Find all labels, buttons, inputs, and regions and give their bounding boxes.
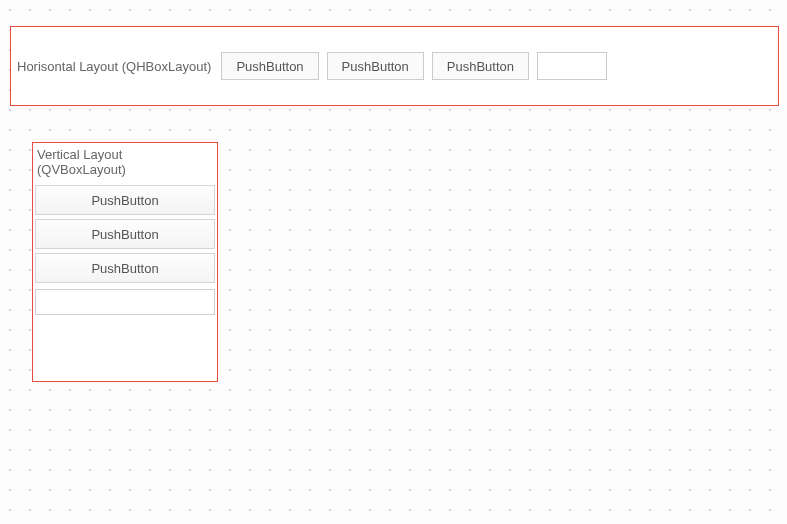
hbox-lineedit[interactable] bbox=[537, 52, 607, 80]
hbox-pushbutton-2[interactable]: PushButton bbox=[327, 52, 424, 80]
vbox-pushbutton-2[interactable]: PushButton bbox=[35, 219, 215, 249]
hbox-layout-label: Horisontal Layout (QHBoxLayout) bbox=[17, 59, 213, 74]
vbox-spacer bbox=[35, 321, 215, 379]
designer-canvas[interactable]: Horisontal Layout (QHBoxLayout) PushButt… bbox=[0, 0, 787, 524]
hbox-pushbutton-3[interactable]: PushButton bbox=[432, 52, 529, 80]
vbox-lineedit[interactable] bbox=[35, 289, 215, 315]
vbox-pushbutton-1[interactable]: PushButton bbox=[35, 185, 215, 215]
vbox-layout-container[interactable]: Vertical Layout (QVBoxLayout) PushButton… bbox=[32, 142, 218, 382]
vbox-pushbutton-3[interactable]: PushButton bbox=[35, 253, 215, 283]
vbox-layout-label: Vertical Layout (QVBoxLayout) bbox=[33, 143, 217, 183]
hbox-layout-container[interactable]: Horisontal Layout (QHBoxLayout) PushButt… bbox=[10, 26, 779, 106]
hbox-pushbutton-1[interactable]: PushButton bbox=[221, 52, 318, 80]
